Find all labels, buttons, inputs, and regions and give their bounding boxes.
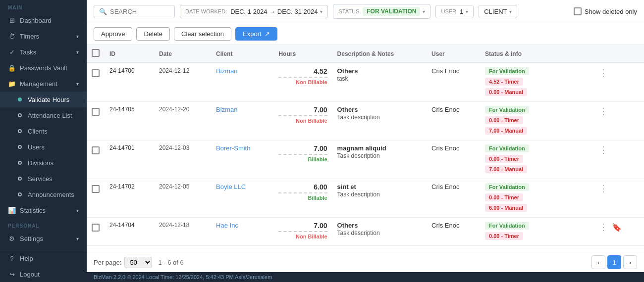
client-link[interactable]: Bizman (216, 67, 237, 75)
col-description: Description & Notes (332, 45, 427, 63)
col-checkbox (87, 45, 105, 63)
client-link[interactable]: Boyle LLC (216, 183, 246, 190)
page-1-button[interactable]: 1 (607, 255, 621, 269)
sidebar-item-label: Timers (20, 33, 39, 40)
sidebar-item-passwords[interactable]: 🔒 Passwords Vault (0, 60, 87, 76)
desc-sub[interactable]: Task description (337, 191, 380, 198)
sidebar-item-label: Announcements (28, 191, 74, 198)
desc-sub[interactable]: Task description (337, 114, 380, 121)
delete-button[interactable]: Delete (136, 27, 170, 41)
show-deleted-checkbox[interactable] (574, 7, 582, 15)
client-link[interactable]: Bizman (216, 106, 237, 113)
approve-button[interactable]: Approve (94, 27, 132, 41)
desc-sub[interactable]: Task description (337, 230, 380, 236)
clear-selection-button[interactable]: Clear selection (174, 27, 231, 41)
status-label: STATUS (338, 8, 359, 14)
desc-title: Others (337, 106, 422, 113)
status-badge: For Validation (485, 106, 529, 114)
row-checkbox-cell (87, 63, 105, 102)
export-button[interactable]: Export ↗ (235, 27, 277, 41)
user-filter[interactable]: USER 1 ▾ (435, 5, 474, 18)
row-checkbox[interactable] (92, 224, 100, 232)
row-date: 2024-12-18 (154, 218, 211, 246)
status-filter[interactable]: STATUS FOR VALIDATION ▾ (333, 4, 430, 19)
prev-page-button[interactable]: ‹ (591, 255, 605, 269)
more-button[interactable]: ⋮ (597, 144, 610, 155)
sidebar-item-management[interactable]: 📁 Management ▾ (0, 76, 87, 92)
row-actions: ⋮ 🔖 (592, 218, 644, 246)
row-checkbox-cell (87, 141, 105, 179)
export-icon: ↗ (265, 30, 270, 38)
search-box[interactable]: 🔍 (94, 5, 175, 18)
per-page-select[interactable]: 50 25 100 (124, 257, 152, 268)
row-checkbox[interactable] (92, 108, 100, 116)
more-button[interactable]: ⋮ (597, 183, 610, 194)
row-user: Cris Enoc (427, 63, 480, 102)
sidebar-item-timers[interactable]: ⏱ Timers ▾ (0, 28, 87, 44)
timer-row: 0.00 - Timer (485, 155, 587, 164)
footer: Per page: 50 25 100 1 - 6 of 6 ‹ 1 › (87, 252, 644, 272)
table-row: 24-14700 2024-12-12 Bizman 4.52 Non Bill… (87, 63, 644, 102)
sidebar-footer: ? Help ↪ Logout (0, 250, 87, 282)
sidebar-item-label: Statistics (20, 207, 46, 214)
desc-sub[interactable]: task (337, 75, 348, 82)
pagination: ‹ 1 › (591, 255, 637, 269)
question-icon: ? (8, 254, 16, 262)
manual-tag: 7.00 - Manual (485, 127, 527, 135)
chevron-icon: ▾ (76, 236, 79, 241)
client-link[interactable]: Hae Inc (216, 222, 238, 229)
table-row: 24-14704 2024-12-18 Hae Inc 7.00 Non Bil… (87, 218, 644, 246)
row-checkbox[interactable] (92, 69, 100, 77)
timer-row: 4.52 - Timer (485, 78, 587, 87)
show-deleted-toggle[interactable]: Show deleted only (574, 7, 637, 15)
row-client: Boyle LLC (211, 179, 273, 218)
chevron-down-icon: ▾ (466, 9, 468, 14)
search-input[interactable] (110, 8, 169, 15)
client-filter[interactable]: CLIENT ▾ (479, 5, 517, 18)
search-icon: 🔍 (99, 8, 107, 15)
bookmark-icon[interactable]: 🔖 (610, 223, 624, 232)
desc-sub[interactable]: Task description (337, 152, 380, 159)
manual-row: 0.00 - Manual (485, 88, 587, 97)
row-actions: ⋮ (592, 102, 644, 141)
sidebar-item-statistics[interactable]: 📊 Statistics ▾ (0, 202, 87, 218)
client-link[interactable]: Borer-Smith (216, 144, 250, 152)
sidebar-item-services[interactable]: Services (0, 171, 87, 187)
sidebar-item-help[interactable]: ? Help (0, 250, 87, 266)
logout-icon: ↪ (8, 270, 16, 278)
sidebar-item-attendance[interactable]: Attendance List (0, 107, 87, 123)
sidebar-item-logout[interactable]: ↪ Logout (0, 266, 87, 282)
sidebar-item-announcements[interactable]: Announcements (0, 187, 87, 202)
row-status: For Validation 0.00 - Timer (480, 218, 592, 246)
actionbar: Approve Delete Clear selection Export ↗ (87, 23, 644, 45)
sidebar-item-divisions[interactable]: Divisions (0, 155, 87, 171)
more-button[interactable]: ⋮ (597, 222, 610, 233)
desc-title: Others (337, 222, 422, 229)
row-client: Hae Inc (211, 218, 273, 246)
row-status: For Validation 0.00 - Timer 6.00 - Manua… (480, 179, 592, 218)
row-hours: 7.00 Non Billable (273, 218, 332, 246)
row-checkbox[interactable] (92, 185, 100, 193)
row-client: Borer-Smith (211, 141, 273, 179)
row-hours: 4.52 Non Billable (273, 63, 332, 102)
more-button[interactable]: ⋮ (597, 67, 610, 78)
sidebar-item-users[interactable]: Users (0, 139, 87, 155)
sidebar-item-dashboard[interactable]: ⊞ Dashboard (0, 12, 87, 28)
date-filter[interactable]: DATE WORKED: DEC. 1 2024 → DEC. 31 2024 … (180, 5, 328, 18)
select-all-checkbox[interactable] (92, 49, 100, 57)
sidebar-item-clients[interactable]: Clients (0, 123, 87, 139)
statusbar: BizMan 2.2.0 © 2024 Local Time: 12/25/20… (87, 272, 644, 282)
status-badge: For Validation (485, 144, 529, 152)
status-badge: For Validation (485, 183, 529, 191)
more-button[interactable]: ⋮ (597, 106, 610, 117)
row-checkbox[interactable] (92, 146, 100, 154)
sidebar-item-settings[interactable]: ⚙ Settings ▾ (0, 231, 87, 246)
hours-value: 7.00 (278, 222, 327, 230)
sidebar-item-validate-hours[interactable]: Validate Hours (0, 92, 87, 107)
sidebar-item-tasks[interactable]: ✓ Tasks ▾ (0, 44, 87, 60)
col-id: ID (105, 45, 154, 63)
next-page-button[interactable]: › (623, 255, 637, 269)
table-row: 24-14702 2024-12-05 Boyle LLC 6.00 Billa… (87, 179, 644, 218)
manual-tag: 6.00 - Manual (485, 204, 527, 212)
table-row: 24-14705 2024-12-20 Bizman 7.00 Non Bill… (87, 102, 644, 141)
